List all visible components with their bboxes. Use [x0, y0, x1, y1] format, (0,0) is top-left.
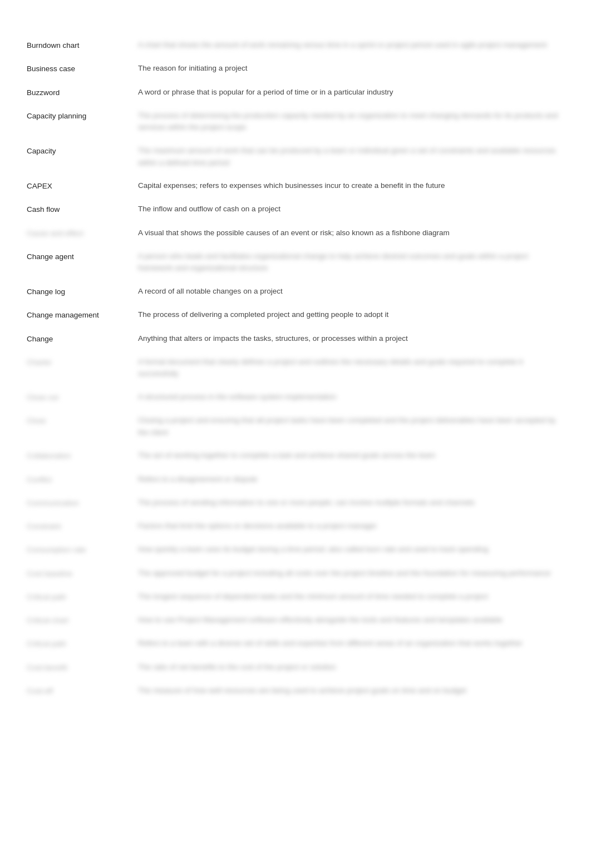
- definition-text: Refers to a team with a diverse set of s…: [138, 637, 564, 649]
- term-label: Buzzword: [27, 86, 138, 98]
- term-label: Critical chart: [27, 614, 138, 626]
- definition-text: The inflow and outflow of cash on a proj…: [138, 203, 564, 215]
- definition-text: A word or phrase that is popular for a p…: [138, 86, 564, 98]
- list-item: Cost-benefit The ratio of net benefits t…: [27, 656, 564, 679]
- definition-text: A formal document that clearly defines a…: [138, 356, 564, 380]
- term-label: Critical path: [27, 637, 138, 649]
- list-item: Communication The process of sending inf…: [27, 491, 564, 514]
- term-label: Consumption rate: [27, 543, 138, 555]
- list-item: Cause and effect A visual that shows the…: [27, 221, 564, 245]
- term-label: Change management: [27, 309, 138, 321]
- list-item: CAPEX Capital expenses; refers to expens…: [27, 174, 564, 197]
- definition-text: The longest sequence of dependent tasks …: [138, 591, 564, 603]
- definition-text: Capital expenses; refers to expenses whi…: [138, 180, 564, 192]
- definition-text: The process of delivering a completed pr…: [138, 309, 564, 321]
- definition-text: A visual that shows the possible causes …: [138, 227, 564, 239]
- list-item: Business case The reason for initiating …: [27, 57, 564, 80]
- definition-text: The process of sending information to on…: [138, 497, 564, 509]
- definition-text: A record of all notable changes on a pro…: [138, 285, 564, 297]
- definition-text: Closing a project and ensuring that all …: [138, 414, 564, 438]
- definition-text: The maximum amount of work that can be p…: [138, 145, 564, 168]
- list-item: Cost baseline The approved budget for a …: [27, 562, 564, 585]
- list-item: Charter A formal document that clearly d…: [27, 350, 564, 385]
- term-label: Business case: [27, 62, 138, 75]
- list-item: Burndown chart A chart that shows the am…: [27, 33, 564, 57]
- definition-text: How quickly a team uses its budget durin…: [138, 543, 564, 555]
- list-item: Capacity planning The process of determi…: [27, 104, 564, 139]
- term-label: Cost-eff: [27, 685, 138, 697]
- term-label: Change agent: [27, 250, 138, 262]
- list-item: Capacity The maximum amount of work that…: [27, 139, 564, 174]
- term-label: Close: [27, 414, 138, 426]
- definition-text: Factors that limit the options or decisi…: [138, 520, 564, 532]
- list-item: Change agent A person who leads and faci…: [27, 245, 564, 280]
- term-label: Communication: [27, 497, 138, 509]
- term-label: Charter: [27, 356, 138, 368]
- list-item: Critical chart How to use Project Manage…: [27, 608, 564, 632]
- term-label: Conflict: [27, 473, 138, 485]
- list-item: Buzzword A word or phrase that is popula…: [27, 81, 564, 104]
- term-label: Cause and effect: [27, 227, 138, 239]
- term-label: Collaboration: [27, 449, 138, 462]
- list-item: Consumption rate How quickly a team uses…: [27, 538, 564, 561]
- term-label: Critical path: [27, 591, 138, 603]
- term-label: Capacity: [27, 145, 138, 157]
- term-label: Change: [27, 333, 138, 345]
- definition-text: The measure of how well resources are be…: [138, 685, 564, 697]
- list-item: Close out A structured process in the so…: [27, 385, 564, 409]
- definition-text: How to use Project Management software e…: [138, 614, 564, 626]
- definition-text: A structured process in the software sys…: [138, 391, 564, 403]
- glossary-container: Burndown chart A chart that shows the am…: [27, 33, 564, 702]
- term-label: Cost-benefit: [27, 661, 138, 673]
- definition-text: Refers to a disagreement or dispute: [138, 473, 564, 485]
- list-item: Conflict Refers to a disagreement or dis…: [27, 468, 564, 491]
- list-item: Cost-eff The measure of how well resourc…: [27, 679, 564, 702]
- definition-text: The act of working together to complete …: [138, 449, 564, 462]
- definition-text: The approved budget for a project includ…: [138, 567, 564, 579]
- term-label: Capacity planning: [27, 110, 138, 122]
- list-item: Change Anything that alters or impacts t…: [27, 327, 564, 350]
- list-item: Cash flow The inflow and outflow of cash…: [27, 197, 564, 221]
- term-label: Burndown chart: [27, 39, 138, 51]
- term-label: Cost baseline: [27, 567, 138, 579]
- term-label: Constraint: [27, 520, 138, 532]
- definition-text: A chart that shows the amount of work re…: [138, 39, 564, 51]
- definition-text: Anything that alters or impacts the task…: [138, 333, 564, 345]
- definition-text: The process of determining the productio…: [138, 110, 564, 133]
- list-item: Critical path Refers to a team with a di…: [27, 632, 564, 655]
- list-item: Change log A record of all notable chang…: [27, 280, 564, 303]
- list-item: Close Closing a project and ensuring tha…: [27, 409, 564, 444]
- term-label: Cash flow: [27, 203, 138, 215]
- list-item: Critical path The longest sequence of de…: [27, 585, 564, 608]
- definition-text: A person who leads and facilitates organ…: [138, 250, 564, 274]
- definition-text: The ratio of net benefits to the cost of…: [138, 661, 564, 673]
- term-label: Change log: [27, 285, 138, 297]
- list-item: Collaboration The act of working togethe…: [27, 444, 564, 467]
- list-item: Constraint Factors that limit the option…: [27, 514, 564, 538]
- term-label: Close out: [27, 391, 138, 403]
- list-item: Change management The process of deliver…: [27, 303, 564, 326]
- definition-text: The reason for initiating a project: [138, 62, 564, 75]
- term-label: CAPEX: [27, 180, 138, 192]
- glossary-list: Burndown chart A chart that shows the am…: [27, 33, 564, 702]
